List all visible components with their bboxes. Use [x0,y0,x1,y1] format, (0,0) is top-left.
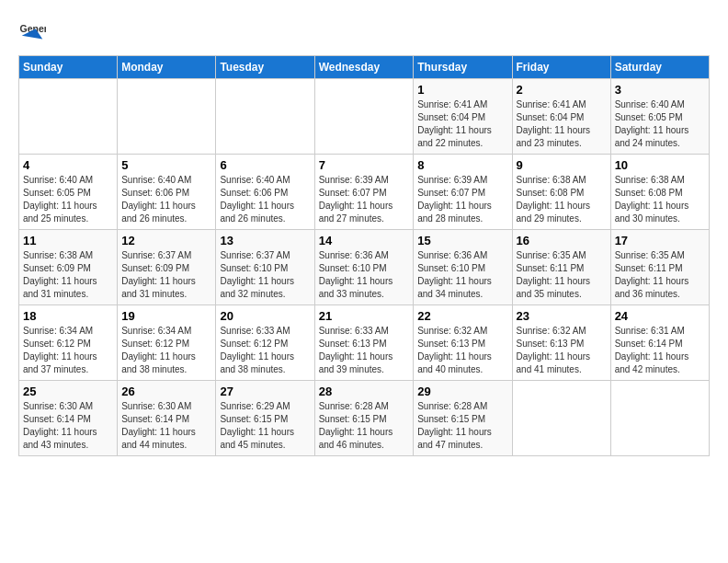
calendar-cell: 16Sunrise: 6:35 AMSunset: 6:11 PMDayligh… [512,230,610,305]
calendar-cell: 28Sunrise: 6:28 AMSunset: 6:15 PMDayligh… [314,381,414,456]
day-number: 4 [23,158,113,172]
calendar-cell: 11Sunrise: 6:38 AMSunset: 6:09 PMDayligh… [19,230,118,305]
calendar-cell [118,79,216,155]
calendar-cell: 9Sunrise: 6:38 AMSunset: 6:08 PMDaylight… [512,155,610,230]
calendar-cell [314,79,414,155]
calendar-cell: 13Sunrise: 6:37 AMSunset: 6:10 PMDayligh… [216,230,314,305]
calendar-cell [19,79,118,155]
day-header-friday: Friday [512,56,610,79]
day-header-thursday: Thursday [414,56,512,79]
day-header-saturday: Saturday [610,56,709,79]
logo: General [18,18,50,46]
day-info: Sunrise: 6:31 AMSunset: 6:14 PMDaylight:… [615,325,705,376]
day-number: 20 [220,309,310,323]
day-info: Sunrise: 6:40 AMSunset: 6:06 PMDaylight:… [220,174,310,225]
calendar-cell: 20Sunrise: 6:33 AMSunset: 6:12 PMDayligh… [216,305,314,381]
calendar-cell: 23Sunrise: 6:32 AMSunset: 6:13 PMDayligh… [512,305,610,381]
day-number: 13 [220,234,310,247]
calendar-week-row: 18Sunrise: 6:34 AMSunset: 6:12 PMDayligh… [19,305,710,381]
day-info: Sunrise: 6:34 AMSunset: 6:12 PMDaylight:… [121,325,211,376]
day-info: Sunrise: 6:38 AMSunset: 6:08 PMDaylight:… [615,174,705,225]
calendar-header-row: SundayMondayTuesdayWednesdayThursdayFrid… [19,56,710,79]
day-number: 15 [417,234,507,247]
page-header: General [18,18,710,46]
day-info: Sunrise: 6:28 AMSunset: 6:15 PMDaylight:… [319,400,410,452]
day-number: 25 [23,385,113,398]
day-info: Sunrise: 6:41 AMSunset: 6:04 PMDaylight:… [417,98,507,150]
day-info: Sunrise: 6:29 AMSunset: 6:15 PMDaylight:… [220,400,310,452]
day-number: 10 [615,158,705,172]
day-info: Sunrise: 6:36 AMSunset: 6:10 PMDaylight:… [417,249,507,301]
day-number: 14 [319,234,410,247]
day-header-tuesday: Tuesday [216,56,314,79]
calendar-cell: 18Sunrise: 6:34 AMSunset: 6:12 PMDayligh… [19,305,118,381]
day-info: Sunrise: 6:32 AMSunset: 6:13 PMDaylight:… [417,325,507,376]
calendar-week-row: 25Sunrise: 6:30 AMSunset: 6:14 PMDayligh… [19,381,710,456]
day-number: 16 [517,234,607,247]
calendar-week-row: 1Sunrise: 6:41 AMSunset: 6:04 PMDaylight… [19,79,710,155]
calendar-cell: 14Sunrise: 6:36 AMSunset: 6:10 PMDayligh… [314,230,414,305]
calendar-cell: 25Sunrise: 6:30 AMSunset: 6:14 PMDayligh… [19,381,118,456]
day-number: 21 [319,309,410,323]
calendar-cell: 5Sunrise: 6:40 AMSunset: 6:06 PMDaylight… [118,155,216,230]
day-number: 7 [319,158,410,172]
calendar-cell: 6Sunrise: 6:40 AMSunset: 6:06 PMDaylight… [216,155,314,230]
day-number: 26 [121,385,211,398]
day-info: Sunrise: 6:34 AMSunset: 6:12 PMDaylight:… [23,325,113,376]
day-header-sunday: Sunday [19,56,118,79]
calendar-cell: 3Sunrise: 6:40 AMSunset: 6:05 PMDaylight… [610,79,709,155]
day-number: 17 [615,234,705,247]
day-info: Sunrise: 6:37 AMSunset: 6:10 PMDaylight:… [220,249,310,301]
calendar-cell: 15Sunrise: 6:36 AMSunset: 6:10 PMDayligh… [414,230,512,305]
calendar-cell [610,381,709,456]
calendar-cell: 17Sunrise: 6:35 AMSunset: 6:11 PMDayligh… [610,230,709,305]
day-number: 3 [615,83,705,97]
calendar-table: SundayMondayTuesdayWednesdayThursdayFrid… [18,55,710,456]
calendar-cell: 22Sunrise: 6:32 AMSunset: 6:13 PMDayligh… [414,305,512,381]
calendar-cell [216,79,314,155]
calendar-cell: 2Sunrise: 6:41 AMSunset: 6:04 PMDaylight… [512,79,610,155]
day-number: 19 [121,309,211,323]
calendar-cell: 10Sunrise: 6:38 AMSunset: 6:08 PMDayligh… [610,155,709,230]
calendar-cell: 8Sunrise: 6:39 AMSunset: 6:07 PMDaylight… [414,155,512,230]
calendar-week-row: 4Sunrise: 6:40 AMSunset: 6:05 PMDaylight… [19,155,710,230]
day-info: Sunrise: 6:33 AMSunset: 6:12 PMDaylight:… [220,325,310,376]
day-info: Sunrise: 6:41 AMSunset: 6:04 PMDaylight:… [517,98,607,150]
day-info: Sunrise: 6:37 AMSunset: 6:09 PMDaylight:… [121,249,211,301]
calendar-cell: 27Sunrise: 6:29 AMSunset: 6:15 PMDayligh… [216,381,314,456]
day-info: Sunrise: 6:35 AMSunset: 6:11 PMDaylight:… [517,249,607,301]
day-number: 6 [220,158,310,172]
day-info: Sunrise: 6:30 AMSunset: 6:14 PMDaylight:… [23,400,113,452]
day-number: 5 [121,158,211,172]
calendar-cell: 7Sunrise: 6:39 AMSunset: 6:07 PMDaylight… [314,155,414,230]
calendar-cell: 21Sunrise: 6:33 AMSunset: 6:13 PMDayligh… [314,305,414,381]
day-info: Sunrise: 6:30 AMSunset: 6:14 PMDaylight:… [121,400,211,452]
calendar-cell: 1Sunrise: 6:41 AMSunset: 6:04 PMDaylight… [414,79,512,155]
calendar-week-row: 11Sunrise: 6:38 AMSunset: 6:09 PMDayligh… [19,230,710,305]
day-info: Sunrise: 6:40 AMSunset: 6:06 PMDaylight:… [121,174,211,225]
day-info: Sunrise: 6:38 AMSunset: 6:08 PMDaylight:… [517,174,607,225]
calendar-cell: 19Sunrise: 6:34 AMSunset: 6:12 PMDayligh… [118,305,216,381]
day-info: Sunrise: 6:40 AMSunset: 6:05 PMDaylight:… [23,174,113,225]
day-info: Sunrise: 6:32 AMSunset: 6:13 PMDaylight:… [517,325,607,376]
calendar-cell [512,381,610,456]
day-number: 11 [23,234,113,247]
day-info: Sunrise: 6:38 AMSunset: 6:09 PMDaylight:… [23,249,113,301]
day-number: 9 [517,158,607,172]
calendar-cell: 26Sunrise: 6:30 AMSunset: 6:14 PMDayligh… [118,381,216,456]
day-number: 1 [417,83,507,97]
day-number: 12 [121,234,211,247]
day-number: 23 [517,309,607,323]
day-header-monday: Monday [118,56,216,79]
calendar-cell: 4Sunrise: 6:40 AMSunset: 6:05 PMDaylight… [19,155,118,230]
day-number: 2 [517,83,607,97]
day-info: Sunrise: 6:35 AMSunset: 6:11 PMDaylight:… [615,249,705,301]
day-number: 28 [319,385,410,398]
day-info: Sunrise: 6:28 AMSunset: 6:15 PMDaylight:… [417,400,507,452]
day-info: Sunrise: 6:33 AMSunset: 6:13 PMDaylight:… [319,325,410,376]
day-number: 22 [417,309,507,323]
day-info: Sunrise: 6:39 AMSunset: 6:07 PMDaylight:… [417,174,507,225]
day-number: 8 [417,158,507,172]
calendar-cell: 29Sunrise: 6:28 AMSunset: 6:15 PMDayligh… [414,381,512,456]
day-info: Sunrise: 6:40 AMSunset: 6:05 PMDaylight:… [615,98,705,150]
